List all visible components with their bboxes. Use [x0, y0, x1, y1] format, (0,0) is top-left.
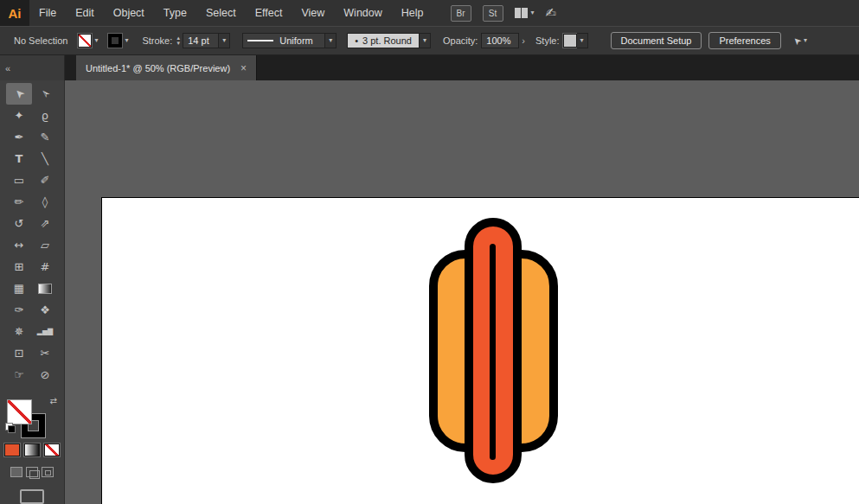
column-graph-tool-icon: ▂▅▇	[37, 328, 53, 335]
app-bar-right: Br St ▾ ✍	[451, 5, 557, 22]
width-tool[interactable]: ↔	[6, 234, 32, 256]
menu-bar: Ai File Edit Object Type Select Effect V…	[0, 0, 859, 26]
fill-indicator[interactable]	[7, 399, 32, 424]
pen-tool-icon: ✒	[15, 131, 24, 144]
screen-mode-button[interactable]	[20, 489, 44, 504]
mesh-tool[interactable]: ▦	[6, 278, 32, 299]
draw-normal-button[interactable]	[10, 467, 22, 477]
opacity-chevron-icon[interactable]: ›	[522, 35, 525, 46]
slice-tool[interactable]: ✂	[32, 342, 58, 364]
hand-tool[interactable]: ☞	[6, 364, 32, 386]
shape-builder-tool[interactable]: ⊞	[6, 256, 32, 278]
direct-selection-tool[interactable]: ➢	[32, 83, 58, 105]
hotdog-center-line[interactable]	[490, 244, 496, 460]
blend-tool[interactable]: ❖	[32, 299, 58, 321]
menu-item-view[interactable]: View	[292, 0, 334, 26]
none-button[interactable]	[44, 443, 60, 456]
width-profile-control[interactable]: Uniform ▾	[242, 33, 337, 48]
eraser-tool-icon: ◊	[42, 195, 48, 208]
chevron-down-icon: ▾	[125, 37, 128, 44]
artboard-tool[interactable]: ⊡	[6, 342, 32, 364]
chevron-down-icon: ▾	[531, 10, 535, 16]
chevron-down-icon: ▾	[329, 37, 332, 44]
color-mode-buttons	[4, 443, 60, 456]
style-label[interactable]: Style:	[535, 35, 560, 46]
selection-tool[interactable]: ➤	[6, 83, 32, 105]
fill-color-control[interactable]: ▾	[78, 34, 98, 48]
close-tab-icon[interactable]: ×	[240, 62, 247, 74]
menu-item-file[interactable]: File	[29, 0, 66, 26]
free-transform-tool-icon: ▱	[41, 239, 49, 252]
opacity-value[interactable]: 100%	[481, 33, 519, 48]
bridge-icon[interactable]: Br	[451, 5, 471, 22]
free-transform-tool[interactable]: ▱	[32, 234, 58, 256]
opacity-label[interactable]: Opacity:	[443, 35, 478, 46]
menu-item-type[interactable]: Type	[154, 0, 196, 26]
default-fill-stroke-icon[interactable]	[5, 423, 16, 433]
direct-selection-tool-icon: ➢	[37, 86, 53, 101]
chevron-down-icon: ▾	[94, 37, 98, 44]
document-setup-button[interactable]: Document Setup	[611, 32, 702, 49]
shaper-tool[interactable]: ✏	[6, 191, 32, 213]
menu-item-object[interactable]: Object	[104, 0, 154, 26]
artboard-tool-icon: ⊡	[15, 347, 24, 360]
eyedropper-tool[interactable]: ✑	[6, 299, 32, 321]
draw-behind-button[interactable]	[26, 467, 38, 477]
perspective-grid-tool[interactable]: #	[32, 256, 58, 278]
select-similar-control[interactable]: ➤ ▾	[793, 35, 807, 47]
symbol-sprayer-tool-icon: ✵	[15, 325, 24, 338]
graphic-style-control[interactable]: ▾	[563, 33, 588, 48]
brush-definition-control[interactable]: • 3 pt. Round ▾	[347, 33, 431, 48]
menu-item-help[interactable]: Help	[392, 0, 433, 26]
zoom-tool[interactable]: ⊘	[32, 364, 58, 386]
menu-item-window[interactable]: Window	[334, 0, 391, 26]
pen-tool[interactable]: ✒	[6, 126, 32, 148]
stroke-weight-control[interactable]: ▲ ▼ 14 pt ▾	[176, 33, 230, 48]
style-dropdown[interactable]: ▾	[577, 33, 588, 48]
menu-item-effect[interactable]: Effect	[246, 0, 292, 26]
stepper-down-icon[interactable]: ▼	[176, 41, 181, 46]
color-button[interactable]	[4, 443, 20, 456]
width-profile-value: Uniform	[279, 35, 313, 46]
selection-tool-icon: ➤	[11, 86, 27, 101]
stock-icon[interactable]: St	[483, 5, 503, 22]
line-segment-tool[interactable]: ╲	[32, 148, 58, 169]
canvas[interactable]	[65, 80, 859, 504]
line-segment-tool-icon: ╲	[42, 152, 48, 165]
width-profile-dropdown[interactable]: ▾	[325, 33, 337, 48]
stroke-weight-dropdown[interactable]: ▾	[219, 33, 230, 48]
document-tab[interactable]: Untitled-1* @ 50% (RGB/Preview) ×	[76, 55, 257, 80]
curvature-tool[interactable]: ✎	[32, 126, 58, 148]
preferences-button[interactable]: Preferences	[708, 32, 780, 49]
tools-panel: ➤ ➢ ✦ ϱ ✒ ✎ T ╲ ▭ ✐ ✏ ◊ ↺ ⇗ ↔ ▱ ⊞ # ▦ ✑ …	[0, 80, 65, 504]
stroke-color-control[interactable]: ▾	[108, 34, 128, 48]
touch-workspace-icon[interactable]: ✍	[546, 5, 557, 21]
stroke-weight-value[interactable]: 14 pt	[183, 33, 219, 48]
column-graph-tool[interactable]: ▂▅▇	[32, 321, 58, 342]
hand-tool-icon: ☞	[14, 368, 24, 381]
stroke-weight-label[interactable]: Stroke:	[142, 35, 172, 46]
toolbar-collapse-button[interactable]: «	[0, 55, 65, 80]
gradient-button[interactable]	[24, 443, 40, 456]
gradient-tool[interactable]	[32, 278, 58, 299]
symbol-sprayer-tool[interactable]: ✵	[6, 321, 32, 342]
stroke-stepper[interactable]: ▲ ▼	[176, 35, 181, 46]
draw-inside-button[interactable]	[42, 467, 54, 477]
swap-fill-stroke-icon[interactable]: ⇄	[50, 396, 57, 405]
rotate-tool[interactable]: ↺	[6, 213, 32, 234]
drawing-mode-buttons	[10, 467, 54, 477]
magic-wand-tool[interactable]: ✦	[6, 105, 32, 126]
arrange-documents-button[interactable]: ▾	[515, 8, 535, 18]
menu-item-select[interactable]: Select	[196, 0, 246, 26]
chevron-down-icon: ▾	[423, 37, 426, 44]
rectangle-tool[interactable]: ▭	[6, 169, 32, 191]
scale-tool[interactable]: ⇗	[32, 213, 58, 234]
eraser-tool[interactable]: ◊	[32, 191, 58, 213]
eyedropper-tool-icon: ✑	[15, 303, 24, 316]
width-profile-field: Uniform	[242, 33, 325, 48]
lasso-tool[interactable]: ϱ	[32, 105, 58, 126]
paintbrush-tool[interactable]: ✐	[32, 169, 58, 191]
brush-dropdown[interactable]: ▾	[420, 33, 431, 48]
menu-item-edit[interactable]: Edit	[66, 0, 104, 26]
type-tool[interactable]: T	[6, 148, 32, 169]
